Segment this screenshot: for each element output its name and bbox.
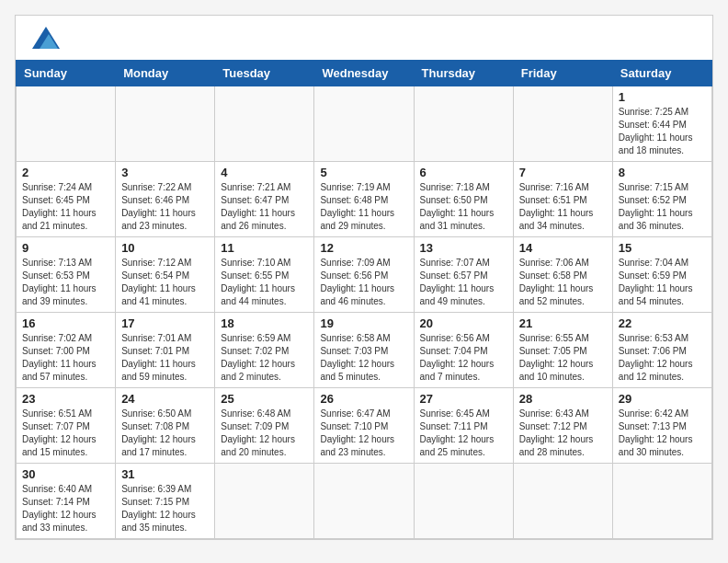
day-number: 30: [22, 467, 109, 481]
day-cell: [314, 86, 414, 162]
day-number: 3: [121, 166, 209, 179]
week-row-4: 16Sunrise: 7:02 AM Sunset: 7:00 PM Dayli…: [17, 313, 712, 388]
day-cell: 28Sunrise: 6:43 AM Sunset: 7:12 PM Dayli…: [513, 388, 612, 464]
day-cell: 22Sunrise: 6:53 AM Sunset: 7:06 PM Dayli…: [612, 313, 711, 388]
day-info: Sunrise: 7:01 AM Sunset: 7:01 PM Dayligh…: [121, 332, 209, 384]
day-cell: 18Sunrise: 6:59 AM Sunset: 7:02 PM Dayli…: [215, 313, 314, 388]
day-info: Sunrise: 7:09 AM Sunset: 6:56 PM Dayligh…: [320, 257, 407, 308]
day-cell: 17Sunrise: 7:01 AM Sunset: 7:01 PM Dayli…: [116, 313, 215, 388]
weekday-header-friday: Friday: [513, 61, 612, 86]
day-number: 7: [519, 166, 607, 179]
day-info: Sunrise: 6:50 AM Sunset: 7:08 PM Dayligh…: [121, 408, 209, 459]
day-cell: 8Sunrise: 7:15 AM Sunset: 6:52 PM Daylig…: [612, 162, 711, 237]
day-number: 18: [221, 316, 308, 330]
week-row-2: 2Sunrise: 7:24 AM Sunset: 6:45 PM Daylig…: [17, 162, 712, 237]
week-row-5: 23Sunrise: 6:51 AM Sunset: 7:07 PM Dayli…: [17, 388, 712, 464]
day-cell: 31Sunrise: 6:39 AM Sunset: 7:15 PM Dayli…: [116, 464, 215, 539]
day-cell: 26Sunrise: 6:47 AM Sunset: 7:10 PM Dayli…: [314, 388, 414, 464]
day-cell: 1Sunrise: 7:25 AM Sunset: 6:44 PM Daylig…: [612, 86, 711, 162]
day-number: 11: [221, 241, 308, 255]
day-cell: 23Sunrise: 6:51 AM Sunset: 7:07 PM Dayli…: [17, 388, 116, 464]
day-info: Sunrise: 7:16 AM Sunset: 6:51 PM Dayligh…: [519, 181, 607, 233]
day-cell: 25Sunrise: 6:48 AM Sunset: 7:09 PM Dayli…: [215, 388, 314, 464]
day-cell: 4Sunrise: 7:21 AM Sunset: 6:47 PM Daylig…: [215, 162, 314, 237]
day-info: Sunrise: 7:18 AM Sunset: 6:50 PM Dayligh…: [420, 181, 507, 233]
day-number: 17: [121, 316, 209, 330]
day-cell: 5Sunrise: 7:19 AM Sunset: 6:48 PM Daylig…: [314, 162, 414, 237]
day-info: Sunrise: 6:47 AM Sunset: 7:10 PM Dayligh…: [320, 408, 407, 459]
day-info: Sunrise: 7:10 AM Sunset: 6:55 PM Dayligh…: [221, 257, 308, 308]
day-cell: [215, 464, 314, 539]
weekday-header-thursday: Thursday: [414, 61, 513, 86]
day-number: 6: [420, 166, 507, 179]
day-info: Sunrise: 6:40 AM Sunset: 7:14 PM Dayligh…: [22, 483, 109, 534]
day-cell: [513, 464, 612, 539]
day-cell: 27Sunrise: 6:45 AM Sunset: 7:11 PM Dayli…: [414, 388, 513, 464]
logo: [30, 27, 60, 52]
day-cell: 3Sunrise: 7:22 AM Sunset: 6:46 PM Daylig…: [116, 162, 215, 237]
calendar-table: SundayMondayTuesdayWednesdayThursdayFrid…: [16, 60, 712, 539]
day-cell: 16Sunrise: 7:02 AM Sunset: 7:00 PM Dayli…: [17, 313, 116, 388]
day-number: 4: [221, 166, 308, 179]
day-info: Sunrise: 6:55 AM Sunset: 7:05 PM Dayligh…: [519, 332, 607, 384]
day-cell: 29Sunrise: 6:42 AM Sunset: 7:13 PM Dayli…: [612, 388, 711, 464]
weekday-header-monday: Monday: [116, 61, 215, 86]
day-number: 2: [22, 166, 109, 179]
day-info: Sunrise: 7:07 AM Sunset: 6:57 PM Dayligh…: [420, 257, 507, 308]
week-row-3: 9Sunrise: 7:13 AM Sunset: 6:53 PM Daylig…: [17, 237, 712, 313]
day-cell: 13Sunrise: 7:07 AM Sunset: 6:57 PM Dayli…: [414, 237, 513, 313]
day-cell: [414, 86, 513, 162]
day-number: 12: [320, 241, 407, 255]
day-number: 24: [121, 392, 209, 406]
day-number: 21: [519, 316, 607, 330]
day-info: Sunrise: 7:06 AM Sunset: 6:58 PM Dayligh…: [519, 257, 607, 308]
day-cell: 20Sunrise: 6:56 AM Sunset: 7:04 PM Dayli…: [414, 313, 513, 388]
day-number: 23: [22, 392, 109, 406]
day-info: Sunrise: 7:24 AM Sunset: 6:45 PM Dayligh…: [22, 181, 109, 233]
page-header: [16, 16, 712, 60]
day-cell: [17, 86, 116, 162]
day-info: Sunrise: 6:45 AM Sunset: 7:11 PM Dayligh…: [420, 408, 507, 459]
day-cell: [116, 86, 215, 162]
day-number: 1: [619, 90, 706, 104]
day-number: 10: [121, 241, 209, 255]
day-cell: 9Sunrise: 7:13 AM Sunset: 6:53 PM Daylig…: [17, 237, 116, 313]
week-row-6: 30Sunrise: 6:40 AM Sunset: 7:14 PM Dayli…: [17, 464, 712, 539]
day-number: 9: [22, 241, 109, 255]
day-info: Sunrise: 6:53 AM Sunset: 7:06 PM Dayligh…: [619, 332, 706, 384]
day-number: 26: [320, 392, 407, 406]
day-info: Sunrise: 7:25 AM Sunset: 6:44 PM Dayligh…: [619, 106, 706, 157]
day-cell: [414, 464, 513, 539]
day-info: Sunrise: 6:39 AM Sunset: 7:15 PM Dayligh…: [121, 483, 209, 534]
day-info: Sunrise: 6:48 AM Sunset: 7:09 PM Dayligh…: [221, 408, 308, 459]
weekday-row: SundayMondayTuesdayWednesdayThursdayFrid…: [17, 61, 712, 86]
day-number: 25: [221, 392, 308, 406]
calendar-body: 1Sunrise: 7:25 AM Sunset: 6:44 PM Daylig…: [17, 86, 712, 539]
day-info: Sunrise: 6:51 AM Sunset: 7:07 PM Dayligh…: [22, 408, 109, 459]
day-info: Sunrise: 7:15 AM Sunset: 6:52 PM Dayligh…: [619, 181, 706, 233]
day-info: Sunrise: 7:19 AM Sunset: 6:48 PM Dayligh…: [320, 181, 407, 233]
weekday-header-saturday: Saturday: [612, 61, 711, 86]
day-info: Sunrise: 6:43 AM Sunset: 7:12 PM Dayligh…: [519, 408, 607, 459]
day-info: Sunrise: 7:04 AM Sunset: 6:59 PM Dayligh…: [619, 257, 706, 308]
day-number: 14: [519, 241, 607, 255]
day-cell: 21Sunrise: 6:55 AM Sunset: 7:05 PM Dayli…: [513, 313, 612, 388]
day-number: 5: [320, 166, 407, 179]
day-info: Sunrise: 7:13 AM Sunset: 6:53 PM Dayligh…: [22, 257, 109, 308]
day-number: 8: [619, 166, 706, 179]
day-cell: 15Sunrise: 7:04 AM Sunset: 6:59 PM Dayli…: [612, 237, 711, 313]
day-cell: 19Sunrise: 6:58 AM Sunset: 7:03 PM Dayli…: [314, 313, 414, 388]
day-cell: 7Sunrise: 7:16 AM Sunset: 6:51 PM Daylig…: [513, 162, 612, 237]
day-number: 13: [420, 241, 507, 255]
day-cell: 12Sunrise: 7:09 AM Sunset: 6:56 PM Dayli…: [314, 237, 414, 313]
day-info: Sunrise: 7:21 AM Sunset: 6:47 PM Dayligh…: [221, 181, 308, 233]
day-info: Sunrise: 6:59 AM Sunset: 7:02 PM Dayligh…: [221, 332, 308, 384]
day-cell: 30Sunrise: 6:40 AM Sunset: 7:14 PM Dayli…: [17, 464, 116, 539]
day-cell: [612, 464, 711, 539]
day-cell: 10Sunrise: 7:12 AM Sunset: 6:54 PM Dayli…: [116, 237, 215, 313]
day-number: 15: [619, 241, 706, 255]
day-info: Sunrise: 6:58 AM Sunset: 7:03 PM Dayligh…: [320, 332, 407, 384]
day-info: Sunrise: 6:42 AM Sunset: 7:13 PM Dayligh…: [619, 408, 706, 459]
day-number: 28: [519, 392, 607, 406]
weekday-header-sunday: Sunday: [17, 61, 116, 86]
